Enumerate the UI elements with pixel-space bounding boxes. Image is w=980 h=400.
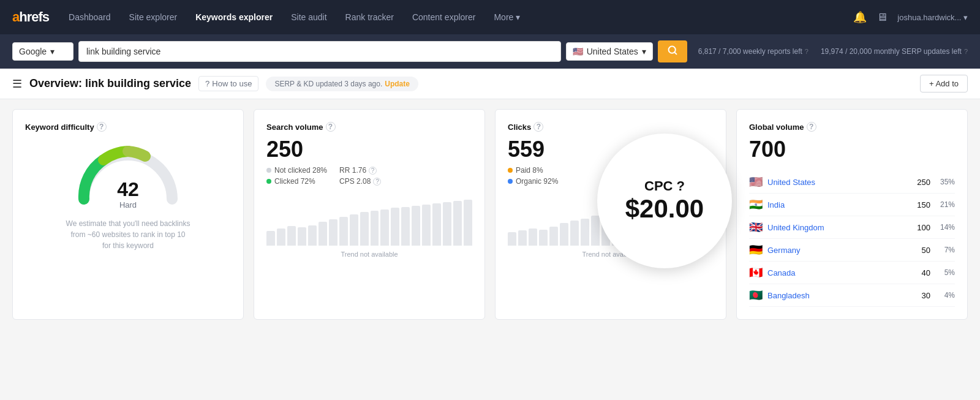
search-button[interactable] (658, 40, 687, 62)
sv-stats: Not clicked 28% Clicked 72% RR 1.76 ? CP… (266, 166, 472, 188)
gv-help-icon[interactable]: ? (807, 122, 816, 132)
nav-site-audit[interactable]: Site audit (284, 0, 334, 34)
clicked-dot (266, 179, 271, 184)
monitor-icon[interactable]: 🖥 (876, 11, 888, 24)
country-volume: 30 (908, 291, 930, 300)
update-link[interactable]: Update (385, 80, 410, 88)
country-name-link[interactable]: United Kingdom (767, 223, 903, 232)
how-to-use-button[interactable]: ? How to use (198, 76, 258, 91)
nav-site-explorer[interactable]: Site explorer (122, 0, 185, 34)
country-row: 🇧🇩 Bangladesh 30 4% (749, 284, 955, 307)
chevron-down-icon: ▾ (642, 47, 646, 56)
add-to-button[interactable]: + Add to (920, 75, 968, 92)
clicks-pct-stats: Paid 8% Organic 92% (508, 166, 558, 188)
question-icon: ? (205, 79, 209, 88)
sv-click-stats: Not clicked 28% Clicked 72% (266, 166, 327, 188)
cpc-value: $20.00 (625, 194, 704, 224)
search-volume-card: Search volume ? 250 Not clicked 28% Clic… (254, 109, 485, 320)
user-menu[interactable]: joshua.hardwick... ▾ (897, 13, 968, 22)
nav-dashboard[interactable]: Dashboard (61, 0, 118, 34)
toolbar: ☰ Overview: link building service ? How … (0, 69, 980, 99)
chart-bar (508, 232, 516, 246)
country-flag-icon: 🇺🇸 (573, 47, 583, 56)
country-list: 🇺🇸 United States 250 35% 🇮🇳 India 150 21… (749, 171, 955, 307)
gauge-chart: 42 (73, 138, 183, 205)
country-pct: 7% (935, 246, 955, 254)
engine-label: Google (19, 47, 47, 56)
country-name-link[interactable]: India (767, 200, 903, 209)
nav-keywords-explorer[interactable]: Keywords explorer (188, 0, 280, 34)
chart-bar (518, 230, 527, 246)
search-bar: Google ▾ 🇺🇸 United States ▾ 6,817 / 7,00… (0, 34, 980, 69)
country-pct: 35% (935, 178, 955, 186)
clicked-stat: Clicked 72% (266, 177, 327, 186)
chart-bar (277, 228, 285, 246)
not-clicked-dot (266, 168, 271, 173)
chart-bar (432, 203, 441, 246)
country-pct: 4% (935, 291, 955, 300)
cpc-tooltip-title: CPC ? (644, 178, 685, 194)
gv-title: Global volume ? (749, 122, 955, 132)
nav-more[interactable]: More ▾ (486, 0, 527, 34)
kd-description: We estimate that you'll need backlinksfr… (25, 218, 231, 251)
search-input-wrap (78, 41, 561, 62)
monthly-help-icon[interactable]: ? (964, 48, 968, 55)
search-input[interactable] (79, 42, 560, 61)
not-clicked-stat: Not clicked 28% (266, 166, 327, 175)
country-label: United States (587, 47, 638, 56)
country-flag: 🇨🇦 (749, 266, 763, 279)
chart-bar (401, 207, 410, 246)
weekly-help-icon[interactable]: ? (805, 48, 809, 55)
country-name-link[interactable]: Germany (767, 246, 903, 255)
chart-bar (539, 230, 548, 246)
country-row: 🇬🇧 United Kingdom 100 14% (749, 216, 955, 239)
search-engine-select[interactable]: Google ▾ (12, 42, 74, 61)
chart-bar (318, 222, 327, 246)
chart-bar (380, 209, 389, 246)
clicks-help-icon[interactable]: ? (533, 122, 543, 132)
country-flag: 🇺🇸 (749, 175, 763, 189)
country-flag: 🇧🇩 (749, 289, 763, 302)
chart-bar (412, 206, 420, 246)
country-select[interactable]: 🇺🇸 United States ▾ (566, 42, 653, 61)
chart-bar (560, 223, 568, 246)
country-name-link[interactable]: United States (767, 178, 903, 187)
keyword-difficulty-card: Keyword difficulty ? 42 Hard We estimate… (12, 109, 244, 320)
sv-chart (266, 197, 472, 246)
logo[interactable]: ahrefs (12, 9, 49, 25)
organic-stat: Organic 92% (508, 177, 558, 186)
chart-bar (266, 231, 275, 246)
nav-right: 🔔 🖥 joshua.hardwick... ▾ (853, 10, 968, 24)
hamburger-icon[interactable]: ☰ (12, 77, 22, 91)
clicks-title: Clicks ? (508, 122, 714, 132)
country-name-link[interactable]: Bangladesh (767, 291, 903, 300)
country-pct: 21% (935, 200, 955, 209)
kd-help-icon[interactable]: ? (97, 122, 107, 132)
nav-content-explorer[interactable]: Content explorer (405, 0, 483, 34)
chevron-down-icon: ▾ (50, 47, 55, 56)
cps-stat: CPS 2.08 ? (339, 177, 381, 186)
main-content: Keyword difficulty ? 42 Hard We estimate… (0, 99, 980, 330)
gauge-difficulty-label: Hard (119, 200, 137, 209)
chart-bar (339, 217, 348, 246)
country-volume: 40 (908, 268, 930, 277)
chart-bar (464, 200, 472, 246)
navbar: ahrefs Dashboard Site explorer Keywords … (0, 0, 980, 34)
notification-icon[interactable]: 🔔 (853, 10, 867, 24)
rr-stat: RR 1.76 ? (339, 166, 381, 175)
weekly-reports-stat: 6,817 / 7,000 weekly reports left ? (698, 47, 809, 56)
chart-bar (443, 202, 451, 246)
country-flag: 🇮🇳 (749, 198, 763, 211)
sv-help-icon[interactable]: ? (326, 122, 336, 132)
chart-bar (453, 201, 462, 246)
country-name-link[interactable]: Canada (767, 268, 903, 277)
update-notice: SERP & KD updated 3 days ago. Update (266, 77, 418, 91)
rr-help-icon[interactable]: ? (369, 167, 377, 175)
cps-help-icon[interactable]: ? (373, 178, 381, 186)
nav-rank-tracker[interactable]: Rank tracker (338, 0, 401, 34)
chart-bar (570, 221, 579, 246)
cpc-help-icon[interactable]: ? (677, 178, 685, 194)
chart-bar (350, 214, 358, 246)
country-pct: 5% (935, 268, 955, 277)
country-volume: 100 (908, 223, 930, 232)
